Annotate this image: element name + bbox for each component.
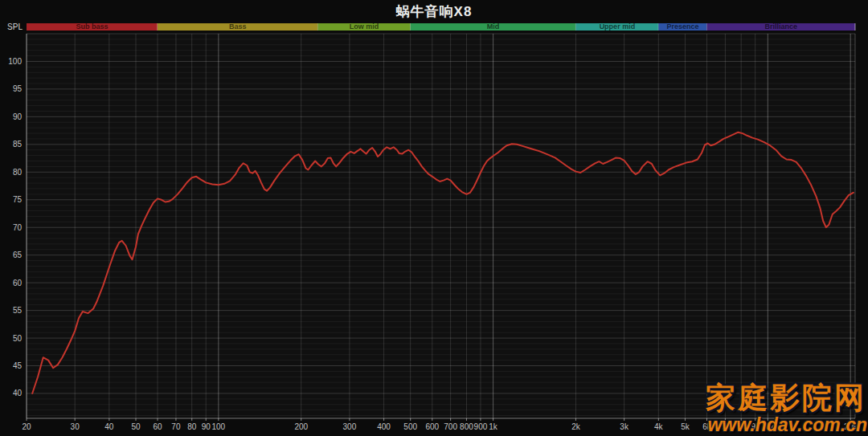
x-tick-label: 80 xyxy=(187,422,197,431)
y-tick-label: 100 xyxy=(8,57,22,66)
band-label: Mid xyxy=(487,22,500,31)
y-tick-label: 40 xyxy=(13,389,23,397)
x-tick-label: 40 xyxy=(104,422,114,431)
x-tick-label: 900 xyxy=(474,422,488,431)
x-tick-label: 300 xyxy=(343,422,357,431)
band-label: Presence xyxy=(666,22,698,31)
y-tick-label: 70 xyxy=(13,223,23,232)
y-tick-label: 60 xyxy=(13,279,23,287)
x-tick-label: 800 xyxy=(460,422,473,431)
plot-area xyxy=(27,34,855,418)
y-tick-label: 50 xyxy=(13,334,23,343)
x-tick-label: 20 xyxy=(22,422,31,431)
y-axis-title: SPL xyxy=(7,22,23,31)
band-label: Brilliance xyxy=(764,22,797,31)
x-tick-label: 600 xyxy=(425,422,439,431)
x-tick-label: 700 xyxy=(444,422,457,431)
y-tick-label: 65 xyxy=(13,251,23,259)
band-label: Bass xyxy=(229,22,247,31)
x-tick-label: 200 xyxy=(294,422,308,431)
x-tick-label: 70 xyxy=(171,422,181,431)
band-label: Low mid xyxy=(350,22,379,31)
x-tick-label: 3k xyxy=(620,422,629,431)
x-tick-label: 4k xyxy=(654,422,664,431)
x-tick-label: 1k xyxy=(489,422,498,431)
y-tick-label: 95 xyxy=(13,84,23,93)
x-tick-label: 400 xyxy=(377,422,391,431)
x-tick-label: 500 xyxy=(403,422,417,431)
y-tick-label: 55 xyxy=(13,306,23,315)
band-label: Sub bass xyxy=(76,22,108,31)
watermark-site-name: 家庭影院网 xyxy=(706,378,866,418)
x-tick-label: 30 xyxy=(71,422,80,431)
x-tick-label: 50 xyxy=(131,422,141,431)
y-tick-label: 75 xyxy=(13,195,23,204)
y-tick-label: 90 xyxy=(13,112,23,121)
y-tick-label: 85 xyxy=(13,140,23,149)
x-tick-label: 90 xyxy=(202,422,211,431)
y-tick-label: 80 xyxy=(13,168,23,177)
watermark-site-url: www.hdav.com.cn xyxy=(707,414,867,436)
y-tick-label: 45 xyxy=(13,361,23,370)
x-tick-label: 5k xyxy=(681,422,690,431)
x-tick-label: 60 xyxy=(153,422,162,431)
x-tick-label: 100 xyxy=(212,422,226,431)
band-label: Upper mid xyxy=(600,22,636,31)
x-tick-label: 2k xyxy=(571,422,581,431)
frequency-response-chart: 蜗牛音响X8 Sub bassBassLow midMidUpper midPr… xyxy=(0,0,868,436)
spl-plot: Sub bassBassLow midMidUpper midPresenceB… xyxy=(0,0,868,436)
